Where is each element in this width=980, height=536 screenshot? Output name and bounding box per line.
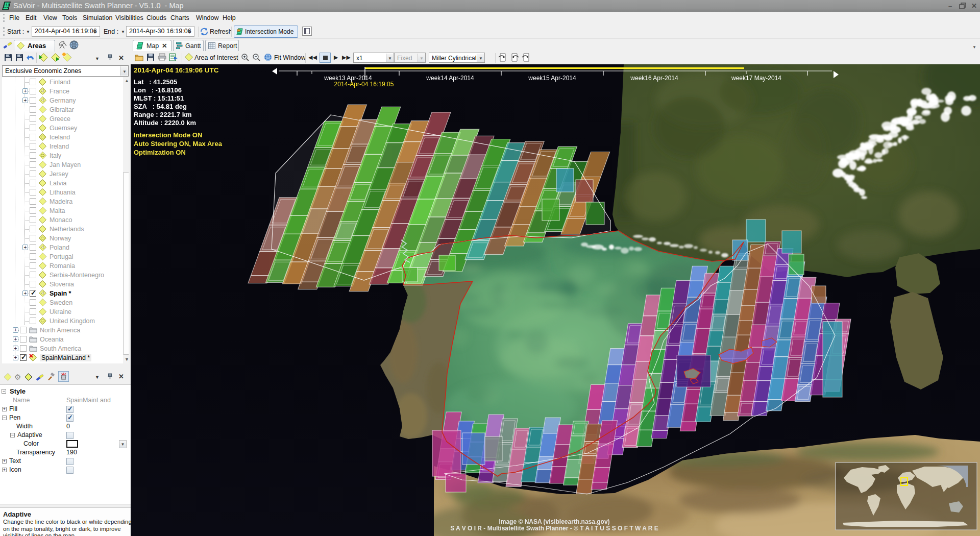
svg-text:week17 May-2014: week17 May-2014 <box>731 75 781 82</box>
svg-text:Optimization ON: Optimization ON <box>134 149 186 156</box>
svg-text:2014-Apr-04 16:19:05: 2014-Apr-04 16:19:05 <box>334 81 394 88</box>
svg-text:Intersection Mode ON: Intersection Mode ON <box>134 131 202 139</box>
svg-text:2014-Apr-04 16:19:06 UTC: 2014-Apr-04 16:19:06 UTC <box>134 66 219 74</box>
svg-text:week14 Apr-2014: week14 Apr-2014 <box>426 75 474 82</box>
svg-text:S A V O I R - Multisatellite S: S A V O I R - Multisatellite Swath Plann… <box>450 525 658 532</box>
svg-text:Lat : 41.2505: Lat : 41.2505 <box>134 78 177 86</box>
svg-text:week15 Apr-2014: week15 Apr-2014 <box>528 75 576 82</box>
svg-text:Altitude : 2220.0 km: Altitude : 2220.0 km <box>134 119 196 127</box>
svg-text:Image © NASA (visibleearth.nas: Image © NASA (visibleearth.nasa.gov) <box>499 518 609 525</box>
svg-text:SZA : 54.81 deg: SZA : 54.81 deg <box>134 103 187 110</box>
svg-text:Lon : -16.8106: Lon : -16.8106 <box>134 86 182 94</box>
svg-text:Range : 2221.7 km: Range : 2221.7 km <box>134 111 191 118</box>
svg-text:week16 Apr-2014: week16 Apr-2014 <box>630 75 678 82</box>
svg-text:Auto Steering ON, Max Area: Auto Steering ON, Max Area <box>134 140 223 148</box>
svg-text:MLST : 15:11:51: MLST : 15:11:51 <box>134 94 184 102</box>
